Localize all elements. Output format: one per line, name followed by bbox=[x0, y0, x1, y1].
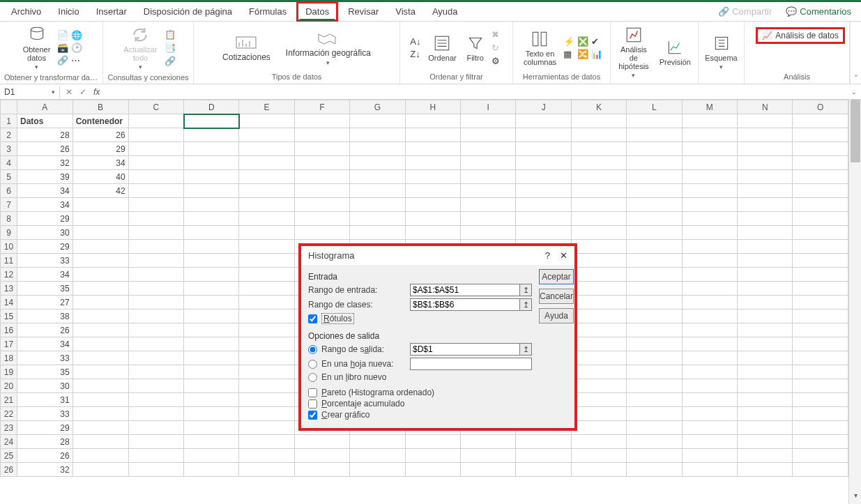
cell-N19[interactable] bbox=[738, 365, 793, 379]
cell-K23[interactable] bbox=[571, 421, 626, 435]
fx-icon[interactable]: fx bbox=[93, 87, 100, 97]
cell-O7[interactable] bbox=[793, 198, 848, 212]
cell-D2[interactable] bbox=[184, 128, 239, 142]
name-box[interactable]: D1 ▾ bbox=[0, 86, 60, 98]
cell-L6[interactable] bbox=[627, 184, 682, 198]
cell-O1[interactable] bbox=[793, 114, 848, 128]
cell-E16[interactable] bbox=[239, 323, 294, 337]
cell-K7[interactable] bbox=[571, 198, 626, 212]
cell-K10[interactable] bbox=[571, 240, 626, 254]
cell-L12[interactable] bbox=[627, 268, 682, 282]
col-header-B[interactable]: B bbox=[73, 100, 128, 114]
tab-formulas[interactable]: Fórmulas bbox=[242, 3, 294, 20]
cell-A4[interactable]: 32 bbox=[17, 156, 73, 170]
cell-E4[interactable] bbox=[239, 156, 294, 170]
cell-D10[interactable] bbox=[184, 240, 239, 254]
cell-C4[interactable] bbox=[128, 156, 183, 170]
col-header-A[interactable]: A bbox=[17, 100, 73, 114]
cancel-button[interactable]: Cancelar bbox=[539, 289, 574, 304]
cell-G26[interactable] bbox=[350, 463, 405, 477]
cell-E18[interactable] bbox=[239, 351, 294, 365]
cell-C23[interactable] bbox=[128, 421, 183, 435]
cell-H1[interactable] bbox=[405, 114, 460, 128]
cell-D13[interactable] bbox=[184, 282, 239, 296]
cell-N9[interactable] bbox=[738, 226, 793, 240]
cell-I7[interactable] bbox=[461, 198, 516, 212]
cell-O20[interactable] bbox=[793, 379, 848, 393]
cell-G7[interactable] bbox=[350, 198, 405, 212]
cell-H6[interactable] bbox=[405, 184, 460, 198]
cell-E11[interactable] bbox=[239, 254, 294, 268]
cell-D5[interactable] bbox=[184, 170, 239, 184]
cell-B2[interactable]: 26 bbox=[73, 128, 128, 142]
queries-icon[interactable]: 📋 bbox=[165, 29, 176, 40]
cell-D18[interactable] bbox=[184, 351, 239, 365]
cell-B16[interactable] bbox=[73, 323, 128, 337]
row-header-12[interactable]: 12 bbox=[1, 268, 17, 282]
cell-F8[interactable] bbox=[294, 212, 349, 226]
cell-B6[interactable]: 42 bbox=[73, 184, 128, 198]
cell-K13[interactable] bbox=[571, 282, 626, 296]
cell-H9[interactable] bbox=[405, 226, 460, 240]
cell-F25[interactable] bbox=[294, 449, 349, 463]
cell-O11[interactable] bbox=[793, 254, 848, 268]
col-header-G[interactable]: G bbox=[350, 100, 405, 114]
cell-C16[interactable] bbox=[128, 323, 183, 337]
cell-L4[interactable] bbox=[627, 156, 682, 170]
existing-conn-icon[interactable]: 🔗 bbox=[57, 55, 68, 66]
cell-N16[interactable] bbox=[738, 323, 793, 337]
cell-O18[interactable] bbox=[793, 351, 848, 365]
cell-I25[interactable] bbox=[461, 449, 516, 463]
bin-range-field[interactable] bbox=[410, 298, 520, 311]
cell-J4[interactable] bbox=[516, 156, 571, 170]
enter-formula-icon[interactable]: ✓ bbox=[79, 87, 86, 97]
cell-J6[interactable] bbox=[516, 184, 571, 198]
flash-fill-icon[interactable]: ⚡ bbox=[563, 36, 574, 47]
col-header-I[interactable]: I bbox=[461, 100, 516, 114]
col-header-J[interactable]: J bbox=[516, 100, 571, 114]
share-button[interactable]: 🔗 Compartir bbox=[713, 3, 777, 20]
cell-N20[interactable] bbox=[738, 379, 793, 393]
cell-N13[interactable] bbox=[738, 282, 793, 296]
cell-L22[interactable] bbox=[627, 407, 682, 421]
cell-A23[interactable]: 29 bbox=[17, 421, 73, 435]
cell-A15[interactable]: 38 bbox=[17, 310, 73, 323]
cell-E19[interactable] bbox=[239, 365, 294, 379]
row-header-6[interactable]: 6 bbox=[1, 184, 17, 198]
cell-B23[interactable] bbox=[73, 421, 128, 435]
tab-insertar[interactable]: Insertar bbox=[89, 3, 134, 20]
cell-C18[interactable] bbox=[128, 351, 183, 365]
cell-E1[interactable] bbox=[239, 114, 294, 128]
cell-L13[interactable] bbox=[627, 282, 682, 296]
cell-M16[interactable] bbox=[682, 323, 737, 337]
cell-L9[interactable] bbox=[627, 226, 682, 240]
row-header-22[interactable]: 22 bbox=[1, 407, 17, 421]
new-worksheet-field[interactable] bbox=[410, 358, 532, 370]
cell-D4[interactable] bbox=[184, 156, 239, 170]
cell-I8[interactable] bbox=[461, 212, 516, 226]
cell-A1[interactable]: Datos bbox=[17, 114, 73, 128]
cell-I9[interactable] bbox=[461, 226, 516, 240]
cell-G8[interactable] bbox=[350, 212, 405, 226]
cell-B10[interactable] bbox=[73, 240, 128, 254]
chevron-down-icon[interactable]: ▾ bbox=[52, 89, 55, 96]
scroll-down-icon[interactable]: ▾ bbox=[849, 491, 861, 504]
cell-G2[interactable] bbox=[350, 128, 405, 142]
row-header-15[interactable]: 15 bbox=[1, 310, 17, 323]
cell-J26[interactable] bbox=[516, 463, 571, 477]
cell-O21[interactable] bbox=[793, 393, 848, 407]
cell-K14[interactable] bbox=[571, 296, 626, 310]
cell-G24[interactable] bbox=[350, 435, 405, 449]
cell-M26[interactable] bbox=[682, 463, 737, 477]
cell-N7[interactable] bbox=[738, 198, 793, 212]
cell-A21[interactable]: 31 bbox=[17, 393, 73, 407]
cell-E15[interactable] bbox=[239, 310, 294, 323]
cell-H25[interactable] bbox=[405, 449, 460, 463]
chart-checkbox[interactable] bbox=[308, 411, 317, 420]
cell-D7[interactable] bbox=[184, 198, 239, 212]
cell-E2[interactable] bbox=[239, 128, 294, 142]
cell-I5[interactable] bbox=[461, 170, 516, 184]
cell-F1[interactable] bbox=[294, 114, 349, 128]
cell-F26[interactable] bbox=[294, 463, 349, 477]
row-header-3[interactable]: 3 bbox=[1, 142, 17, 156]
